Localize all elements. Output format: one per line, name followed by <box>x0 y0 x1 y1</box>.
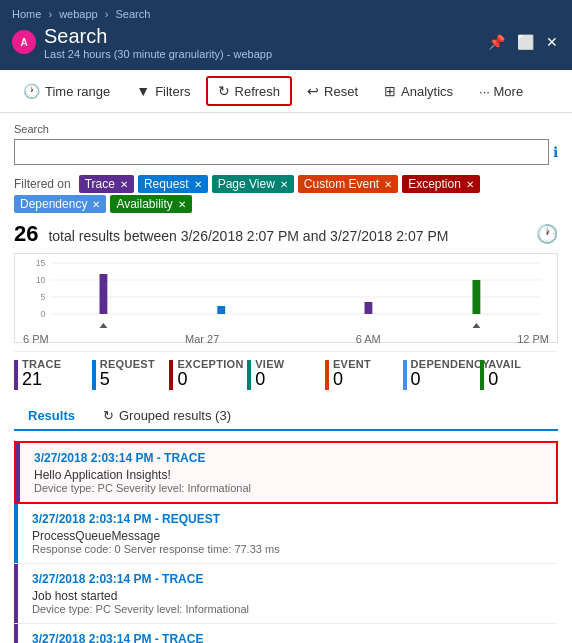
legend-bar-request <box>92 360 96 390</box>
remove-availability-icon[interactable]: ✕ <box>178 199 186 210</box>
title-left: A Search Last 24 hours (30 minute granul… <box>12 24 272 60</box>
result-item[interactable]: 3/27/2018 2:03:14 PM - REQUEST ProcessQu… <box>14 504 558 564</box>
legend-val-avail: 0 <box>488 370 521 390</box>
count-description: total results between 3/26/2018 2:07 PM … <box>48 228 448 244</box>
legend-name-exception: EXCEPTION <box>177 358 243 370</box>
history-icon[interactable]: 🕐 <box>536 223 558 245</box>
result-message-1: Hello Application Insights! <box>34 468 546 482</box>
chart-svg: 15 10 5 0 <box>21 258 551 328</box>
svg-rect-10 <box>100 274 108 314</box>
filter-customevent[interactable]: Custom Event ✕ <box>298 175 398 193</box>
legend-bar-view <box>247 360 251 390</box>
filter-request[interactable]: Request ✕ <box>138 175 208 193</box>
tab-results[interactable]: Results <box>14 402 89 431</box>
restore-icon[interactable]: ⬜ <box>515 32 536 52</box>
grouped-spinner-icon: ↻ <box>103 408 114 423</box>
app-icon: A <box>12 30 36 54</box>
result-meta-2: Response code: 0 Server response time: 7… <box>32 543 548 555</box>
legend-bar-avail <box>480 360 484 390</box>
search-label: Search <box>14 123 558 135</box>
more-button[interactable]: ··· More <box>468 78 534 105</box>
legend-dependency: DEPENDENCY 0 <box>403 358 481 390</box>
breadcrumb: Home › webapp › Search <box>12 8 560 20</box>
search-input-row: ℹ <box>14 139 558 165</box>
filter-pageview[interactable]: Page View ✕ <box>212 175 294 193</box>
legend-name-dependency: DEPENDENCY <box>411 358 490 370</box>
result-timestamp-1: 3/27/2018 2:03:14 PM - TRACE <box>34 451 546 465</box>
chart-label-12pm: 12 PM <box>517 333 549 345</box>
legend-val-exception: 0 <box>177 370 243 390</box>
tab-grouped[interactable]: ↻ Grouped results (3) <box>89 402 245 429</box>
filter-exception[interactable]: Exception ✕ <box>402 175 480 193</box>
result-item[interactable]: 3/27/2018 2:03:14 PM - TRACE Job host st… <box>14 564 558 624</box>
title-text: Search Last 24 hours (30 minute granular… <box>44 24 272 60</box>
result-type-bar <box>14 504 18 563</box>
pin-icon[interactable]: 📌 <box>486 32 507 52</box>
filter-availability[interactable]: Availability ✕ <box>110 195 191 213</box>
result-type-bar <box>16 443 20 502</box>
filter-icon: ▼ <box>136 83 150 99</box>
result-timestamp-3: 3/27/2018 2:03:14 PM - TRACE <box>32 572 548 586</box>
refresh-button[interactable]: ↻ Refresh <box>206 76 293 106</box>
svg-text:0: 0 <box>41 309 46 319</box>
grouped-label: Grouped results (3) <box>119 408 231 423</box>
legend-view: VIEW 0 <box>247 358 325 390</box>
svg-marker-15 <box>472 323 480 328</box>
legend-val-trace: 21 <box>22 370 61 390</box>
svg-rect-12 <box>365 302 373 314</box>
chart-label-6pm: 6 PM <box>23 333 49 345</box>
result-item[interactable]: 3/27/2018 2:03:14 PM - TRACE <box>14 624 558 643</box>
result-type-bar <box>14 564 18 623</box>
info-icon[interactable]: ℹ <box>553 144 558 160</box>
result-timestamp-2: 3/27/2018 2:03:14 PM - REQUEST <box>32 512 548 526</box>
result-message-3: Job host started <box>32 589 548 603</box>
legend-event: EVENT 0 <box>325 358 403 390</box>
search-input[interactable] <box>14 139 549 165</box>
refresh-label: Refresh <box>235 84 281 99</box>
filter-on-label: Filtered on <box>14 177 71 191</box>
legend-bar-event <box>325 360 329 390</box>
title-row: A Search Last 24 hours (30 minute granul… <box>12 24 560 60</box>
remove-customevent-icon[interactable]: ✕ <box>384 179 392 190</box>
remove-exception-icon[interactable]: ✕ <box>466 179 474 190</box>
close-icon[interactable]: ✕ <box>544 32 560 52</box>
svg-text:10: 10 <box>36 275 46 285</box>
remove-request-icon[interactable]: ✕ <box>194 179 202 190</box>
result-message-2: ProcessQueueMessage <box>32 529 548 543</box>
time-range-button[interactable]: 🕐 Time range <box>12 77 121 105</box>
filters-row-2: Dependency ✕ Availability ✕ <box>14 195 558 213</box>
breadcrumb-webapp[interactable]: webapp <box>59 8 98 20</box>
svg-rect-11 <box>217 306 225 314</box>
legend-val-event: 0 <box>333 370 371 390</box>
analytics-button[interactable]: ⊞ Analytics <box>373 77 464 105</box>
filter-trace[interactable]: Trace ✕ <box>79 175 134 193</box>
search-section: Search ℹ <box>14 123 558 165</box>
results-summary: 26 total results between 3/26/2018 2:07 … <box>14 221 558 247</box>
reset-icon: ↩ <box>307 83 319 99</box>
results-count: 26 total results between 3/26/2018 2:07 … <box>14 221 448 247</box>
time-range-label: Time range <box>45 84 110 99</box>
filter-dependency[interactable]: Dependency ✕ <box>14 195 106 213</box>
page-subtitle: Last 24 hours (30 minute granularity) - … <box>44 48 272 60</box>
title-icons: 📌 ⬜ ✕ <box>486 32 560 52</box>
legend-val-view: 0 <box>255 370 284 390</box>
remove-trace-icon[interactable]: ✕ <box>120 179 128 190</box>
filters-label: Filters <box>155 84 190 99</box>
chart-labels: 6 PM Mar 27 6 AM 12 PM <box>21 333 551 345</box>
count-number: 26 <box>14 221 38 246</box>
more-label: ··· More <box>479 84 523 99</box>
tabs-row: Results ↻ Grouped results (3) <box>14 402 558 431</box>
svg-text:A: A <box>20 37 27 48</box>
remove-dependency-icon[interactable]: ✕ <box>92 199 100 210</box>
result-item[interactable]: 3/27/2018 2:03:14 PM - TRACE Hello Appli… <box>14 441 558 504</box>
filters-button[interactable]: ▼ Filters <box>125 77 201 105</box>
analytics-label: Analytics <box>401 84 453 99</box>
legend-bar-exception <box>169 360 173 390</box>
reset-button[interactable]: ↩ Reset <box>296 77 369 105</box>
chart-label-6am: 6 AM <box>356 333 381 345</box>
main-content: Search ℹ Filtered on Trace ✕ Request ✕ P… <box>0 113 572 643</box>
title-bar: Home › webapp › Search A Search Last 24 … <box>0 0 572 70</box>
breadcrumb-home[interactable]: Home <box>12 8 41 20</box>
remove-pageview-icon[interactable]: ✕ <box>280 179 288 190</box>
results-list: 3/27/2018 2:03:14 PM - TRACE Hello Appli… <box>14 441 558 643</box>
